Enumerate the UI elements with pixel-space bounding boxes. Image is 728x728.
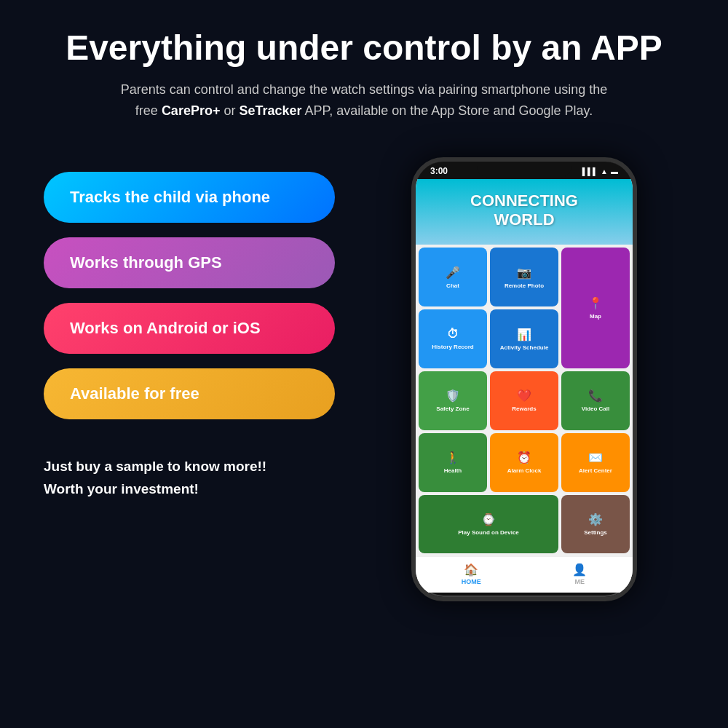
settings-icon: ⚙️ — [588, 513, 603, 526]
feature-label-3: Works on Android or iOS — [70, 319, 261, 338]
app-title-line1: CONNECTING — [470, 191, 578, 210]
map-icon: 📍 — [588, 296, 603, 310]
app-grid: 🎤 Chat 📷 Remote Photo 📍 Map — [416, 245, 633, 556]
header: Everything under control by an APP Paren… — [44, 29, 684, 121]
cta-text: Just buy a sample to know more!! Worth y… — [44, 456, 335, 500]
camera-icon: 📷 — [517, 266, 531, 280]
tile-alarm[interactable]: ⏰ Alarm Clock — [490, 433, 558, 492]
feature-pill-1: Tracks the child via phone — [44, 172, 335, 223]
status-icons: ▌▌▌ ▲ ▬ — [582, 167, 618, 175]
tile-settings[interactable]: ⚙️ Settings — [561, 495, 630, 554]
alarm-icon: ⏰ — [517, 451, 531, 464]
feature-pill-2: Works through GPS — [44, 237, 335, 288]
tile-rewards[interactable]: ❤️ Rewards — [490, 371, 558, 430]
tile-label-alarm: Alarm Clock — [507, 467, 542, 474]
tile-label-chat: Chat — [446, 282, 459, 289]
tile-label-photo: Remote Photo — [505, 282, 544, 289]
safety-icon: 🛡️ — [446, 389, 460, 403]
tile-label-rewards: Rewards — [512, 405, 536, 412]
tile-sound[interactable]: ⌚ Play Sound on Device — [419, 495, 558, 554]
features-column: Tracks the child via phone Works through… — [44, 172, 335, 500]
content-area: Tracks the child via phone Works through… — [44, 157, 684, 601]
wifi-icon: ▲ — [601, 167, 608, 175]
tile-video-call[interactable]: 📞 Video Call — [561, 371, 630, 430]
phone-screen: CONNECTING WORLD 🎤 Chat 📷 Rem — [416, 179, 633, 593]
feature-label-4: Available for free — [70, 384, 199, 403]
tile-map[interactable]: 📍 Map — [561, 248, 630, 368]
subtitle-mid: or — [220, 103, 239, 118]
feature-label-2: Works through GPS — [70, 253, 222, 272]
history-icon: ⏱ — [447, 328, 459, 341]
tile-label-map: Map — [590, 313, 601, 320]
activity-icon: 📊 — [517, 328, 531, 341]
tile-chat[interactable]: 🎤 Chat — [419, 248, 487, 306]
feature-pill-4: Available for free — [44, 368, 335, 419]
tile-health[interactable]: 🚶 Health — [419, 433, 487, 492]
signal-icon: ▌▌▌ — [582, 167, 598, 175]
nav-me[interactable]: 👤 ME — [572, 563, 587, 585]
sound-icon: ⌚ — [481, 513, 496, 526]
tile-label-health: Health — [444, 467, 462, 474]
tile-label-safety: Safety Zone — [436, 405, 469, 412]
subtitle-end: APP, available on the App Store and Goog… — [302, 103, 593, 118]
phone-nav: 🏠 HOME 👤 ME — [416, 556, 633, 593]
main-title: Everything under control by an APP — [44, 29, 684, 68]
brand-1: CarePro+ — [162, 103, 221, 118]
rewards-icon: ❤️ — [517, 389, 531, 403]
battery-icon: ▬ — [611, 167, 618, 175]
tile-label-alert: Alert Center — [579, 467, 612, 474]
tile-history[interactable]: ⏱ History Record — [419, 309, 487, 368]
app-header: CONNECTING WORLD — [416, 179, 633, 245]
tile-label-activity: Activity Schedule — [500, 344, 549, 351]
home-icon: 🏠 — [464, 563, 478, 577]
tile-label-video: Video Call — [582, 405, 610, 412]
status-time: 3:00 — [430, 166, 448, 176]
profile-icon: 👤 — [572, 563, 587, 577]
brand-2: SeTracker — [239, 103, 301, 118]
tile-safety[interactable]: 🛡️ Safety Zone — [419, 371, 487, 430]
tile-activity[interactable]: 📊 Activity Schedule — [490, 309, 558, 368]
page-container: Everything under control by an APP Paren… — [0, 0, 728, 728]
feature-pill-3: Works on Android or iOS — [44, 303, 335, 354]
video-call-icon: 📞 — [588, 389, 603, 403]
nav-home[interactable]: 🏠 HOME — [462, 563, 481, 585]
health-icon: 🚶 — [446, 451, 460, 464]
tile-alert[interactable]: ✉️ Alert Center — [561, 433, 630, 492]
tile-label-sound: Play Sound on Device — [458, 529, 519, 536]
app-title: CONNECTING WORLD — [470, 191, 578, 230]
cta-line-1: Just buy a sample to know more!! — [44, 456, 335, 478]
cta-line-2: Worth your investment! — [44, 478, 335, 500]
chat-icon: 🎤 — [446, 266, 460, 280]
subtitle: Parents can control and change the watch… — [116, 79, 612, 122]
tile-label-history: History Record — [432, 344, 473, 350]
tile-label-settings: Settings — [584, 529, 607, 536]
phone-column: 3:00 ▌▌▌ ▲ ▬ CONNECTING WORLD — [364, 157, 684, 601]
phone-mockup: 3:00 ▌▌▌ ▲ ▬ CONNECTING WORLD — [411, 157, 637, 601]
phone-notch — [477, 162, 571, 178]
alert-icon: ✉️ — [588, 451, 603, 464]
nav-home-label: HOME — [462, 578, 481, 585]
app-title-line2: WORLD — [470, 210, 578, 229]
tile-remote-photo[interactable]: 📷 Remote Photo — [490, 248, 558, 306]
nav-me-label: ME — [575, 578, 585, 585]
feature-label-1: Tracks the child via phone — [70, 188, 270, 207]
